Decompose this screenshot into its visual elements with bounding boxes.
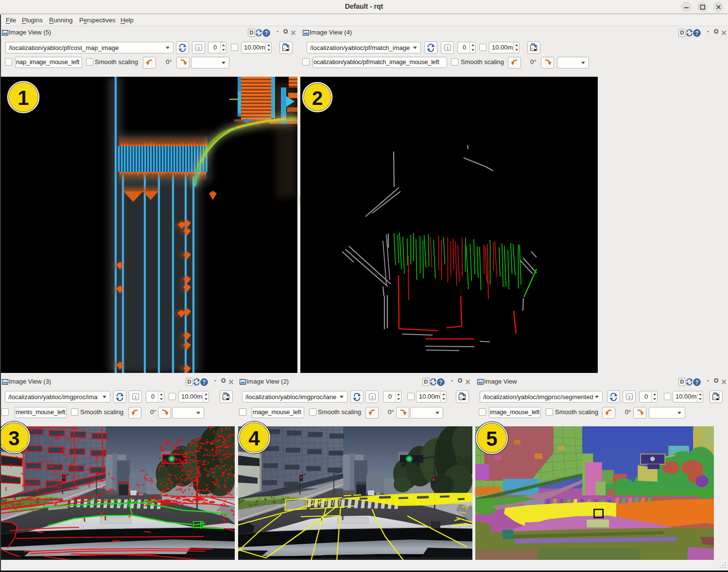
svg-text:?: ? <box>265 30 268 36</box>
svg-text:1: 1 <box>446 46 449 50</box>
svg-text:1: 1 <box>628 395 630 400</box>
svg-text:?: ? <box>439 379 442 385</box>
svg-text:?: ? <box>695 30 698 36</box>
svg-text:1: 1 <box>134 395 137 400</box>
svg-text:?: ? <box>695 379 698 385</box>
svg-text:?: ? <box>203 379 206 385</box>
svg-text:1: 1 <box>371 395 373 400</box>
svg-text:1: 1 <box>197 46 200 50</box>
